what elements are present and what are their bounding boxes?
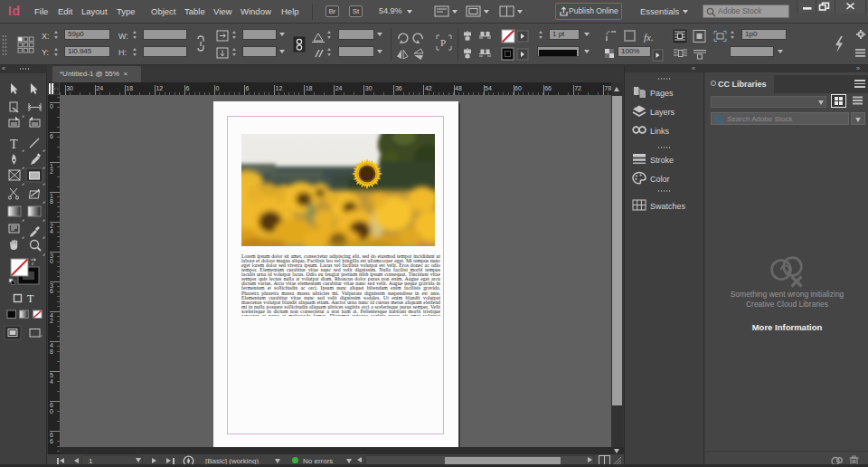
svg-text:P: P [440,37,446,48]
svg-text:fx.: fx. [644,32,654,43]
svg-text:T: T [10,138,18,151]
svg-text:T: T [27,292,34,305]
